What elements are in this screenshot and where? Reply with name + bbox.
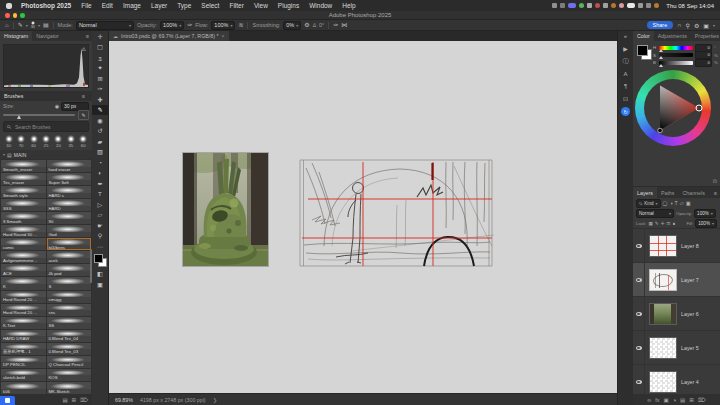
brush-item[interactable]: DP PENCIL <box>1 356 46 368</box>
help-icon[interactable]: ⚙ <box>694 22 699 29</box>
tab-paths[interactable]: Paths <box>657 187 679 198</box>
brush-item[interactable]: HARD s <box>47 186 92 198</box>
brush-preset[interactable]: 35 <box>65 135 76 148</box>
brush-item[interactable]: S <box>47 277 92 289</box>
eyedropper-tool[interactable]: ✑ <box>92 84 108 95</box>
menu-extra-icon[interactable] <box>611 3 616 8</box>
menu-image[interactable]: Image <box>118 2 146 9</box>
tab-properties[interactable]: Properties <box>691 30 720 41</box>
pressure-size-icon[interactable]: ◉ <box>55 103 59 110</box>
lock-paint-icon[interactable]: ✎ <box>655 221 659 226</box>
menu-edit[interactable]: Edit <box>97 2 118 9</box>
blend-mode-select[interactable]: Normal▾ <box>76 21 134 30</box>
status-chevron-icon[interactable]: ❯ <box>213 397 217 403</box>
clone-stamp-tool[interactable]: ◉ <box>92 115 108 126</box>
adjustment-layer-icon[interactable]: ◑ <box>673 395 676 405</box>
menu-extra-icon[interactable] <box>560 3 565 8</box>
workspace-icon[interactable]: ▣ <box>703 22 709 29</box>
paragraph-icon[interactable]: ¶ <box>624 82 627 90</box>
history-brush-tool[interactable]: ↺ <box>92 126 108 137</box>
menu-file[interactable]: File <box>76 2 96 9</box>
layer-filter-kind-select[interactable]: ⚲ Kind▾ <box>636 199 661 208</box>
bell-icon[interactable]: ∩ <box>677 22 681 28</box>
sketch-layer[interactable] <box>296 150 496 270</box>
character-icon[interactable]: A <box>623 70 627 78</box>
foreground-color-swatch[interactable] <box>94 254 103 263</box>
slider-value-field[interactable]: 0 <box>695 59 712 67</box>
live-tip-preview-icon[interactable]: ✎ <box>78 110 89 120</box>
link-layers-icon[interactable]: ∞ <box>647 395 651 405</box>
bottom-left-blue-badge[interactable] <box>0 396 15 405</box>
brush-search-input[interactable] <box>13 123 85 131</box>
layers-panel-menu-icon[interactable]: ≡ <box>711 190 720 196</box>
toolbar-ellipsis[interactable]: ⋯ <box>92 241 108 252</box>
brush-item[interactable]: hard eraser <box>47 160 92 172</box>
slider-track[interactable] <box>659 46 693 50</box>
menu-extra-icon[interactable] <box>579 3 584 8</box>
visibility-toggle[interactable] <box>633 365 645 394</box>
document-tab[interactable]: ☁ Intro03.psdc @ 69.7% (Layer 7, RGB/8) … <box>108 31 229 41</box>
filter-type-icon[interactable]: T <box>675 200 678 206</box>
menu-extra-icon[interactable] <box>646 3 651 8</box>
info-icon[interactable]: ⓘ <box>623 57 629 65</box>
layer-thumbnail[interactable] <box>649 235 677 257</box>
opacity-select[interactable]: 100%▾ <box>160 21 184 30</box>
zoom-level-field[interactable]: 69.89% <box>115 397 133 403</box>
brush-item[interactable]: Hard Round 20 ... <box>1 291 46 303</box>
menu-filter[interactable]: Filter <box>224 2 248 9</box>
search-icon[interactable]: ⚲ <box>686 22 690 29</box>
brush-item[interactable]: HARD <box>47 199 92 211</box>
brush-item[interactable]: 0.Blend Tex_03 <box>47 343 92 355</box>
eraser-tool[interactable]: ▰ <box>92 136 108 147</box>
brushes-panel-menu-icon[interactable]: ≡ <box>79 93 88 99</box>
reference-photo-layer[interactable] <box>183 153 268 266</box>
brush-item[interactable]: MK-Sketch <box>47 382 92 394</box>
brush-item[interactable]: K <box>1 277 46 289</box>
brush-item[interactable]: K-Text <box>1 317 46 329</box>
filter-smart-icon[interactable]: ▣ <box>686 200 691 206</box>
lock-artboard-icon[interactable]: ⊡ <box>667 221 671 226</box>
brush-tool[interactable]: ✎ <box>92 105 108 116</box>
brush-preset[interactable]: 30 <box>3 135 14 148</box>
menu-window[interactable]: Window <box>304 2 337 9</box>
tab-channels[interactable]: Channels <box>678 187 708 198</box>
brush-item[interactable]: 画形机理笔 - 1 <box>1 343 46 355</box>
smoothing-gear-icon[interactable]: ⚙ <box>304 22 309 29</box>
brush-size-preview[interactable]: 30 <box>31 21 35 29</box>
folder-icon[interactable]: ▤ <box>62 395 67 405</box>
lasso-tool[interactable]: ʓ <box>92 52 108 63</box>
menu-select[interactable]: Select <box>196 2 224 9</box>
menu-layer[interactable]: Layer <box>146 2 172 9</box>
brush-item[interactable]: SS <box>47 317 92 329</box>
visibility-toggle[interactable] <box>633 229 645 262</box>
menu-extra-icon[interactable] <box>568 3 576 8</box>
brush-item[interactable]: God <box>47 225 92 237</box>
flow-select[interactable]: 100%▾ <box>211 21 235 30</box>
brush-item[interactable]: 0.Blend Tex_04 <box>47 330 92 342</box>
brush-item[interactable]: acek <box>47 251 92 263</box>
layer-mask-icon[interactable]: ▣ <box>664 395 669 405</box>
brush-preset[interactable]: 60 <box>28 135 39 148</box>
zoom-tool[interactable]: ⚲ <box>92 231 108 242</box>
share-button[interactable]: Share <box>647 21 674 29</box>
layer-thumbnail[interactable] <box>649 337 677 359</box>
menu-extra-icon[interactable] <box>638 3 643 8</box>
marquee-tool[interactable]: ▢ <box>92 42 108 53</box>
blur-tool[interactable]: ◔ <box>92 157 108 168</box>
brush-item[interactable]: Super Soft <box>47 173 92 185</box>
brush-preset[interactable]: 20 <box>53 135 64 148</box>
hand-tool[interactable]: ☛ <box>92 220 108 231</box>
sync-icon[interactable]: ↻ <box>621 107 630 116</box>
brush-angle-value[interactable]: 0° <box>319 22 324 28</box>
layer-row[interactable]: Layer 6 <box>633 297 720 331</box>
shade-selector-ring[interactable] <box>658 128 663 133</box>
symmetry-icon[interactable]: ⋈ <box>341 22 347 29</box>
brush-item[interactable]: sketch-bold <box>1 369 46 381</box>
pressure-opacity-icon[interactable]: ✑ <box>187 22 192 29</box>
filter-image-icon[interactable]: ▢ <box>663 200 668 206</box>
panel-menu-icon[interactable]: ≡ <box>83 33 92 39</box>
brush-item[interactable]: sns <box>47 304 92 316</box>
brush-item[interactable]: KOS <box>47 369 92 381</box>
toggle-brush-panel-icon[interactable]: ▤ <box>43 22 49 29</box>
tab-layers[interactable]: Layers <box>633 187 657 198</box>
